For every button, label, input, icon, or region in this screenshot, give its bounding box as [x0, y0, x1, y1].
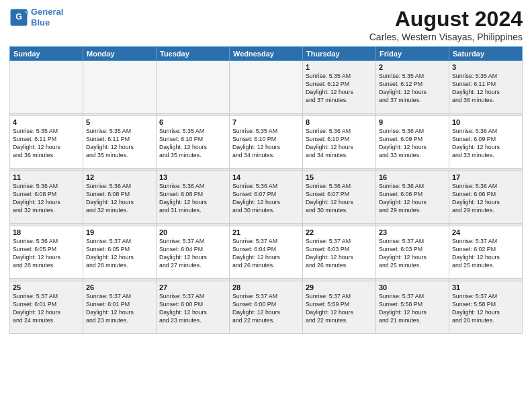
calendar-cell: 20Sunrise: 5:37 AMSunset: 6:04 PMDayligh…: [157, 226, 230, 279]
calendar-cell: 27Sunrise: 5:37 AMSunset: 6:00 PMDayligh…: [157, 281, 230, 334]
day-info: Sunrise: 5:35 AMSunset: 6:11 PMDaylight:…: [452, 73, 519, 105]
calendar-header-wednesday: Wednesday: [230, 47, 303, 61]
calendar-week-5: 25Sunrise: 5:37 AMSunset: 6:01 PMDayligh…: [10, 281, 523, 334]
calendar-cell: 16Sunrise: 5:36 AMSunset: 6:06 PMDayligh…: [376, 171, 449, 224]
calendar-cell: 6Sunrise: 5:35 AMSunset: 6:10 PMDaylight…: [157, 116, 230, 169]
day-info: Sunrise: 5:35 AMSunset: 6:11 PMDaylight:…: [13, 128, 80, 160]
day-number: 4: [13, 118, 80, 126]
page: G General Blue August 2024 Carles, Weste…: [0, 0, 532, 411]
day-info: Sunrise: 5:36 AMSunset: 6:10 PMDaylight:…: [306, 128, 373, 160]
day-info: Sunrise: 5:36 AMSunset: 6:06 PMDaylight:…: [452, 183, 519, 215]
day-info: Sunrise: 5:37 AMSunset: 6:04 PMDaylight:…: [232, 238, 300, 270]
calendar-header-saturday: Saturday: [449, 47, 523, 61]
day-number: 17: [452, 173, 519, 181]
day-number: 20: [159, 228, 226, 236]
day-number: 27: [159, 283, 226, 291]
calendar-cell: [230, 61, 303, 113]
calendar-cell: 30Sunrise: 5:37 AMSunset: 5:58 PMDayligh…: [376, 281, 449, 334]
calendar-cell: 7Sunrise: 5:35 AMSunset: 6:10 PMDaylight…: [230, 116, 303, 169]
day-info: Sunrise: 5:37 AMSunset: 5:58 PMDaylight:…: [379, 293, 446, 325]
day-number: 23: [379, 228, 446, 236]
day-number: 25: [13, 283, 80, 291]
day-number: 11: [13, 173, 80, 181]
day-number: 5: [86, 118, 153, 126]
day-info: Sunrise: 5:35 AMSunset: 6:10 PMDaylight:…: [159, 128, 226, 160]
calendar-table: SundayMondayTuesdayWednesdayThursdayFrid…: [9, 46, 523, 334]
day-info: Sunrise: 5:37 AMSunset: 5:59 PMDaylight:…: [306, 293, 373, 325]
calendar-header-friday: Friday: [376, 47, 449, 61]
logo-text: General Blue: [31, 7, 63, 28]
logo: G General Blue: [9, 7, 63, 28]
calendar-cell: 4Sunrise: 5:35 AMSunset: 6:11 PMDaylight…: [10, 116, 83, 169]
calendar-cell: 29Sunrise: 5:37 AMSunset: 5:59 PMDayligh…: [303, 281, 376, 334]
calendar-header-tuesday: Tuesday: [157, 47, 230, 61]
calendar-cell: 28Sunrise: 5:37 AMSunset: 6:00 PMDayligh…: [230, 281, 303, 334]
calendar-header-row: SundayMondayTuesdayWednesdayThursdayFrid…: [10, 47, 523, 61]
day-number: 3: [452, 63, 519, 71]
calendar-cell: 26Sunrise: 5:37 AMSunset: 6:01 PMDayligh…: [83, 281, 157, 334]
day-number: 29: [306, 283, 373, 291]
day-info: Sunrise: 5:36 AMSunset: 6:09 PMDaylight:…: [379, 128, 446, 160]
calendar-week-1: 1Sunrise: 5:35 AMSunset: 6:12 PMDaylight…: [10, 61, 523, 113]
calendar-cell: 22Sunrise: 5:37 AMSunset: 6:03 PMDayligh…: [303, 226, 376, 279]
calendar-cell: [83, 61, 157, 113]
day-info: Sunrise: 5:36 AMSunset: 6:09 PMDaylight:…: [452, 128, 519, 160]
day-number: 24: [452, 228, 519, 236]
day-info: Sunrise: 5:35 AMSunset: 6:11 PMDaylight:…: [86, 128, 153, 160]
day-number: 30: [379, 283, 446, 291]
day-info: Sunrise: 5:37 AMSunset: 6:00 PMDaylight:…: [159, 293, 226, 325]
day-number: 12: [86, 173, 153, 181]
logo-line1: General: [31, 7, 63, 17]
calendar-cell: 10Sunrise: 5:36 AMSunset: 6:09 PMDayligh…: [449, 116, 523, 169]
day-info: Sunrise: 5:36 AMSunset: 6:08 PMDaylight:…: [13, 183, 80, 215]
logo-icon: G: [9, 8, 28, 27]
day-number: 16: [379, 173, 446, 181]
calendar-cell: 2Sunrise: 5:35 AMSunset: 6:12 PMDaylight…: [376, 61, 449, 113]
calendar-cell: 3Sunrise: 5:35 AMSunset: 6:11 PMDaylight…: [449, 61, 523, 113]
day-info: Sunrise: 5:37 AMSunset: 6:01 PMDaylight:…: [13, 293, 80, 325]
calendar-cell: 15Sunrise: 5:36 AMSunset: 6:07 PMDayligh…: [303, 171, 376, 224]
calendar-cell: 9Sunrise: 5:36 AMSunset: 6:09 PMDaylight…: [376, 116, 449, 169]
calendar-cell: [157, 61, 230, 113]
day-info: Sunrise: 5:37 AMSunset: 5:58 PMDaylight:…: [452, 293, 519, 325]
title-area: August 2024 Carles, Western Visayas, Phi…: [369, 7, 523, 42]
location-subtitle: Carles, Western Visayas, Philippines: [369, 32, 523, 42]
day-info: Sunrise: 5:35 AMSunset: 6:12 PMDaylight:…: [379, 73, 446, 105]
day-info: Sunrise: 5:37 AMSunset: 6:01 PMDaylight:…: [86, 293, 153, 325]
calendar-cell: 8Sunrise: 5:36 AMSunset: 6:10 PMDaylight…: [303, 116, 376, 169]
svg-text:G: G: [15, 12, 22, 21]
calendar-cell: 24Sunrise: 5:37 AMSunset: 6:02 PMDayligh…: [449, 226, 523, 279]
day-number: 2: [379, 63, 446, 71]
day-number: 31: [452, 283, 519, 291]
day-info: Sunrise: 5:36 AMSunset: 6:07 PMDaylight:…: [232, 183, 300, 215]
calendar-week-2: 4Sunrise: 5:35 AMSunset: 6:11 PMDaylight…: [10, 116, 523, 169]
day-info: Sunrise: 5:36 AMSunset: 6:08 PMDaylight:…: [159, 183, 226, 215]
day-info: Sunrise: 5:37 AMSunset: 6:02 PMDaylight:…: [452, 238, 519, 270]
calendar-cell: 17Sunrise: 5:36 AMSunset: 6:06 PMDayligh…: [449, 171, 523, 224]
calendar-header-thursday: Thursday: [303, 47, 376, 61]
day-number: 22: [306, 228, 373, 236]
day-number: 21: [232, 228, 300, 236]
day-number: 7: [232, 118, 300, 126]
calendar-cell: 23Sunrise: 5:37 AMSunset: 6:03 PMDayligh…: [376, 226, 449, 279]
day-number: 10: [452, 118, 519, 126]
day-info: Sunrise: 5:37 AMSunset: 6:05 PMDaylight:…: [86, 238, 153, 270]
day-info: Sunrise: 5:37 AMSunset: 6:03 PMDaylight:…: [306, 238, 373, 270]
calendar-cell: 18Sunrise: 5:36 AMSunset: 6:05 PMDayligh…: [10, 226, 83, 279]
calendar-cell: 21Sunrise: 5:37 AMSunset: 6:04 PMDayligh…: [230, 226, 303, 279]
calendar-cell: 1Sunrise: 5:35 AMSunset: 6:12 PMDaylight…: [303, 61, 376, 113]
day-number: 8: [306, 118, 373, 126]
day-info: Sunrise: 5:36 AMSunset: 6:05 PMDaylight:…: [13, 238, 80, 270]
day-info: Sunrise: 5:35 AMSunset: 6:10 PMDaylight:…: [232, 128, 300, 160]
calendar-cell: 12Sunrise: 5:36 AMSunset: 6:08 PMDayligh…: [83, 171, 157, 224]
calendar-cell: 19Sunrise: 5:37 AMSunset: 6:05 PMDayligh…: [83, 226, 157, 279]
calendar-cell: [10, 61, 83, 113]
calendar-header-monday: Monday: [83, 47, 157, 61]
day-number: 28: [232, 283, 300, 291]
month-title: August 2024: [369, 7, 523, 32]
calendar-header-sunday: Sunday: [10, 47, 83, 61]
calendar-week-4: 18Sunrise: 5:36 AMSunset: 6:05 PMDayligh…: [10, 226, 523, 279]
day-number: 18: [13, 228, 80, 236]
day-number: 26: [86, 283, 153, 291]
calendar-cell: 31Sunrise: 5:37 AMSunset: 5:58 PMDayligh…: [449, 281, 523, 334]
